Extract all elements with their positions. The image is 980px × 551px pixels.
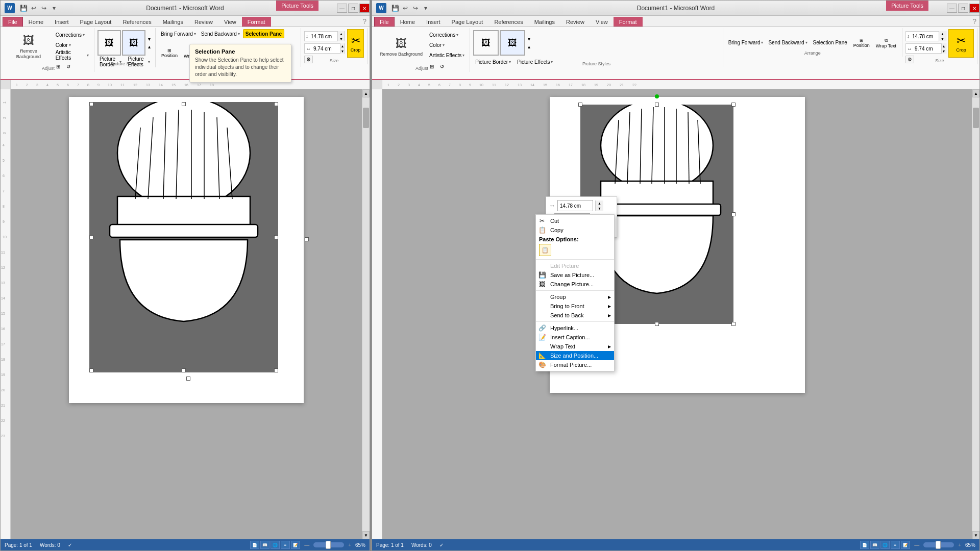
ctx-wrap-text[interactable]: Wrap Text ▶ (536, 342, 614, 351)
remove-bg-btn-left[interactable]: 🖼 Remove Background (6, 29, 52, 65)
help-btn-right[interactable]: ? (969, 16, 979, 27)
width-up-left[interactable]: ▲ (337, 31, 345, 36)
tab-file-left[interactable]: File (3, 17, 23, 27)
bring-forward-dropdown-right[interactable]: Bring Forward ▾ (726, 38, 766, 47)
selection-pane-btn-left[interactable]: Selection Pane (243, 29, 284, 38)
crop-btn-left[interactable]: ✂ Crop (347, 29, 364, 58)
style-more-btn-right[interactable]: ▾ (526, 36, 532, 42)
zoom-minus-right[interactable]: — (912, 542, 921, 548)
maximize-btn-left[interactable]: □ (348, 4, 358, 13)
scroll-track-left[interactable] (362, 97, 370, 531)
tab-mailings-left[interactable]: Mailings (157, 17, 189, 27)
tab-review-right[interactable]: Review (560, 17, 590, 27)
corrections-dropdown-left[interactable]: Corrections ▾ (54, 30, 91, 39)
picture-style-2[interactable]: 🖼 (122, 30, 145, 56)
zoom-slider-left[interactable] (313, 542, 344, 547)
web-view-btn-left[interactable]: 🌐 (271, 541, 280, 549)
maximize-btn-right[interactable]: □ (958, 4, 968, 13)
height-down-right[interactable]: ▼ (941, 48, 946, 54)
zoom-plus-right[interactable]: + (956, 542, 963, 548)
tab-pagelayout-right[interactable]: Page Layout (446, 17, 489, 27)
height-up-right[interactable]: ▲ (941, 43, 946, 48)
send-backward-dropdown-right[interactable]: Send Backward ▾ (766, 38, 809, 47)
width-down-right[interactable]: ▼ (939, 36, 946, 41)
ctx-insert-caption[interactable]: 📝 Insert Caption... (536, 333, 614, 342)
redo-qa-btn[interactable]: ↪ (39, 4, 48, 13)
tab-format-right[interactable]: Format (614, 17, 643, 27)
ctx-bring-to-front[interactable]: Bring to Front ▶ (536, 302, 614, 311)
selection-pane-btn-right[interactable]: Selection Pane (811, 38, 850, 47)
save-qa-btn-right[interactable]: 💾 (390, 4, 400, 13)
ctx-change-picture[interactable]: 🖼 Change Picture... (536, 280, 614, 289)
size-popup-width[interactable] (557, 200, 593, 211)
corrections-dropdown-right[interactable]: Corrections ▾ (427, 30, 467, 39)
artistic-dropdown-left[interactable]: Artistic Effects ▾ (54, 51, 91, 60)
zoom-slider-right[interactable] (923, 542, 954, 547)
width-up-right[interactable]: ▲ (939, 31, 946, 36)
height-down-left[interactable]: ▼ (340, 48, 345, 54)
tab-view-left[interactable]: View (218, 17, 242, 27)
reading-view-btn-left[interactable]: 📖 (260, 541, 270, 549)
scroll-down-left[interactable]: ▼ (362, 531, 370, 539)
tab-home-left[interactable]: Home (23, 17, 49, 27)
customize-qa-btn-right[interactable]: ▾ (421, 4, 430, 13)
scroll-track-right[interactable] (972, 97, 979, 531)
scroll-down-right[interactable]: ▼ (972, 531, 979, 539)
outline-view-btn-left[interactable]: ≡ (281, 541, 290, 549)
ctx-hyperlink[interactable]: 🔗 Hyperlink... (536, 323, 614, 333)
outline-view-btn-right[interactable]: ≡ (891, 541, 900, 549)
width-value-right[interactable] (911, 34, 939, 39)
width-input-right[interactable]: ↕ ▲ ▼ (905, 31, 946, 41)
undo-qa-btn-right[interactable]: ↩ (401, 4, 410, 13)
scroll-thumb-right[interactable] (973, 108, 979, 128)
reading-view-btn-right[interactable]: 📖 (870, 541, 879, 549)
scroll-thumb-left[interactable] (363, 108, 369, 128)
tab-file-right[interactable]: File (374, 17, 395, 27)
picture-style-2-right[interactable]: 🖼 (500, 30, 525, 56)
redo-qa-btn-right[interactable]: ↪ (411, 4, 420, 13)
width-value-left[interactable] (309, 34, 337, 39)
tab-view-right[interactable]: View (590, 17, 614, 27)
undo-qa-btn[interactable]: ↩ (29, 4, 38, 13)
popup-w-down[interactable]: ▼ (595, 206, 603, 211)
picture-style-1-right[interactable]: 🖼 (473, 30, 499, 56)
help-btn-left[interactable]: ? (359, 16, 370, 27)
draft-view-btn-right[interactable]: 📝 (901, 541, 910, 549)
color-dropdown-right[interactable]: Color ▾ (427, 40, 467, 49)
zoom-plus-left[interactable]: + (346, 542, 353, 548)
width-down-left[interactable]: ▼ (337, 36, 345, 41)
height-value-left[interactable] (312, 46, 340, 52)
color-dropdown-left[interactable]: Color ▾ (54, 40, 91, 49)
popup-w-up[interactable]: ▲ (595, 201, 603, 206)
tab-format-left[interactable]: Format (242, 17, 271, 27)
minimize-btn-left[interactable]: — (337, 4, 347, 13)
tab-references-left[interactable]: References (117, 17, 157, 27)
draft-view-btn-left[interactable]: 📝 (291, 541, 300, 549)
picture-style-1[interactable]: 🖼 (97, 30, 121, 56)
close-btn-left[interactable]: ✕ (359, 4, 370, 13)
bring-forward-dropdown-left[interactable]: Bring Forward ▾ (159, 29, 198, 38)
width-input-left[interactable]: ↕ ▲ ▼ (304, 31, 345, 41)
ctx-group[interactable]: Group ▶ (536, 292, 614, 302)
ctx-copy[interactable]: 📋 Copy (536, 226, 614, 235)
height-up-left[interactable]: ▲ (340, 43, 345, 48)
tab-review-left[interactable]: Review (189, 17, 218, 27)
tab-home-right[interactable]: Home (395, 17, 421, 27)
print-view-btn-right[interactable]: 📄 (860, 541, 869, 549)
height-input-left[interactable]: ↔ ▲ ▼ (304, 43, 345, 54)
tab-insert-right[interactable]: Insert (421, 17, 446, 27)
remove-bg-btn-right[interactable]: 🖼 Remove Background (377, 29, 425, 65)
zoom-minus-left[interactable]: — (302, 542, 311, 548)
tab-insert-left[interactable]: Insert (49, 17, 75, 27)
save-qa-btn[interactable]: 💾 (19, 4, 28, 13)
tab-mailings-right[interactable]: Mailings (529, 17, 560, 27)
style-up-btn-right[interactable]: ▴ (526, 43, 532, 50)
style-up-btn[interactable]: ▴ (146, 43, 152, 50)
ctx-format-picture[interactable]: 🎨 Format Picture... (536, 360, 614, 369)
customize-qa-btn[interactable]: ▾ (50, 4, 59, 13)
tab-pagelayout-left[interactable]: Page Layout (75, 17, 117, 27)
artistic-dropdown-right[interactable]: Artistic Effects ▾ (427, 51, 467, 60)
rotate-handle-right[interactable] (655, 94, 659, 98)
ctx-send-to-back[interactable]: Send to Back ▶ (536, 311, 614, 320)
height-input-right[interactable]: ↔ ▲ ▼ (905, 43, 946, 54)
